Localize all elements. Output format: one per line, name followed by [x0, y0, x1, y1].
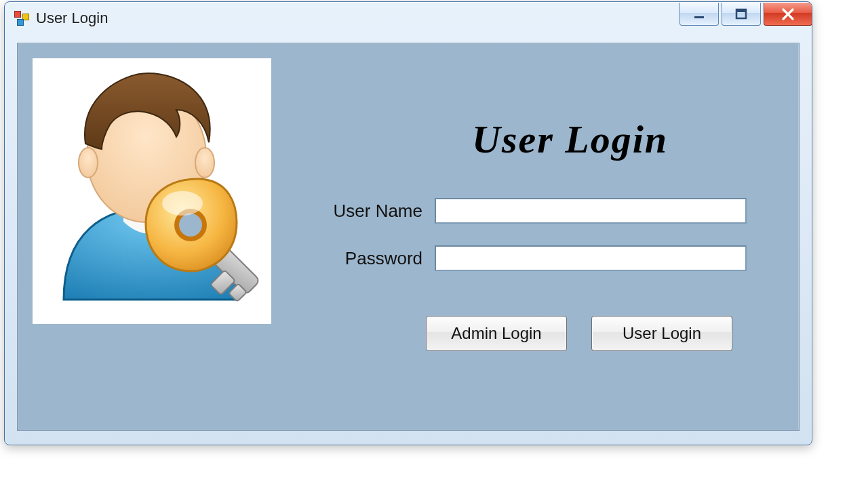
svg-point-5: [195, 148, 214, 178]
maximize-button[interactable]: [722, 3, 761, 26]
username-row: User Name: [316, 198, 747, 224]
username-input[interactable]: [435, 198, 747, 224]
admin-login-button[interactable]: Admin Login: [426, 316, 567, 351]
password-input[interactable]: [435, 245, 747, 271]
svg-point-12: [162, 191, 203, 216]
password-row: Password: [316, 245, 747, 271]
svg-point-4: [79, 148, 98, 178]
caption-buttons: [677, 3, 812, 28]
username-label: User Name: [316, 201, 435, 222]
user-login-button[interactable]: User Login: [591, 316, 732, 351]
login-window: User Login: [4, 1, 812, 445]
svg-rect-0: [694, 16, 704, 18]
minimize-icon: [692, 7, 706, 21]
password-label: Password: [316, 248, 435, 269]
titlebar[interactable]: User Login: [5, 2, 812, 35]
user-key-picture: [33, 58, 271, 324]
svg-rect-2: [736, 9, 746, 12]
window-title: User Login: [36, 9, 677, 27]
form-heading: User Login: [472, 117, 668, 162]
user-with-key-icon: [43, 69, 260, 313]
close-icon: [781, 7, 795, 22]
close-button[interactable]: [764, 3, 812, 26]
client-panel: User Login User Name Password Admin Logi…: [17, 43, 800, 431]
maximize-icon: [734, 7, 748, 21]
winforms-app-icon: [14, 11, 29, 26]
button-row: Admin Login User Login: [426, 316, 732, 351]
svg-point-11: [179, 214, 202, 237]
minimize-button[interactable]: [679, 3, 719, 26]
